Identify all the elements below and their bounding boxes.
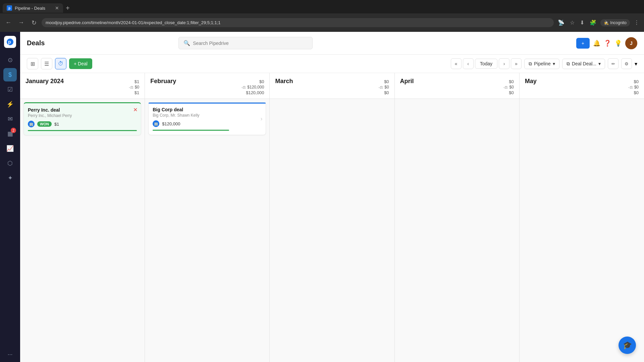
- main-content: Deals 🔍 + 🔔 ❓ 💡 J ⊞ ☰ ⏱ + Deal « ‹: [20, 32, 644, 362]
- tab-label: Pipeline - Deals: [15, 6, 45, 11]
- deal-amount-bigcorp: $120,000: [162, 121, 180, 126]
- month-header-february: February $0 -⚖ $120,000 $120,000: [145, 73, 269, 99]
- forward-button[interactable]: →: [16, 18, 26, 28]
- menu-icon[interactable]: ⋮: [633, 18, 641, 27]
- deal-subtitle-bigcorp: Big Corp, Mr. Shawn Kelly: [153, 113, 262, 118]
- sidebar-item-insights[interactable]: 📈: [3, 142, 17, 155]
- month-name-may: May: [525, 78, 537, 85]
- global-add-button[interactable]: +: [576, 38, 590, 49]
- month-header-march: March $0 -⚖ $0 $0: [270, 73, 394, 99]
- deal-footer-bigcorp: 🏢 $120,000: [153, 120, 262, 127]
- search-input[interactable]: [193, 41, 308, 46]
- open-mar: $0: [384, 90, 389, 95]
- month-header-inner-feb: February $0 -⚖ $120,000 $120,000: [150, 78, 264, 95]
- month-name-january: January 2024: [25, 78, 64, 85]
- app-logo[interactable]: p: [4, 36, 16, 48]
- notifications-icon[interactable]: 🔔: [593, 40, 600, 47]
- new-tab-button[interactable]: +: [63, 4, 72, 12]
- month-body-may: [520, 99, 644, 266]
- add-deal-button[interactable]: + Deal: [69, 58, 92, 69]
- leads-icon: ⚡: [6, 101, 14, 108]
- month-stats-april: $0 -⚖ $0 $0: [503, 79, 514, 95]
- month-stats-january: $1 -⚖ $0 $1: [129, 79, 139, 95]
- browser-tabs: p Pipeline - Deals ✕ +: [0, 0, 644, 13]
- nav-last-button[interactable]: »: [511, 58, 522, 69]
- sidebar-item-products[interactable]: ⬡: [3, 157, 17, 170]
- back-button[interactable]: ←: [3, 18, 13, 28]
- balance-icon-may: -⚖: [628, 85, 633, 89]
- month-total-may: $0: [634, 79, 639, 84]
- balance-icon-mar: -⚖: [379, 85, 383, 89]
- sidebar-item-deals[interactable]: $: [3, 68, 17, 81]
- deal-progress-bigcorp: [153, 130, 229, 131]
- extension-icon[interactable]: 🧩: [588, 18, 598, 27]
- incognito-icon: 🕵: [604, 20, 609, 25]
- settings-button[interactable]: ⚙: [621, 58, 632, 69]
- edit-button[interactable]: ✏: [608, 58, 619, 69]
- settings-icon[interactable]: 💡: [614, 40, 622, 47]
- cast-icon[interactable]: 📡: [556, 18, 566, 27]
- sidebar-item-calendar[interactable]: ▦ 2: [3, 127, 17, 140]
- download-icon[interactable]: ⬇: [579, 18, 586, 27]
- sidebar-item-integrations[interactable]: ✦: [3, 171, 17, 185]
- deal-subtitle-perry: Perry Inc., Michael Perry: [28, 113, 137, 118]
- month-total-march: $0: [384, 79, 389, 84]
- month-col-february: February $0 -⚖ $120,000 $120,000: [145, 73, 270, 362]
- deal-org-icon-bigcorp: 🏢: [153, 120, 159, 127]
- nav-prev-button[interactable]: ‹: [463, 58, 474, 69]
- refresh-button[interactable]: ↻: [29, 18, 39, 28]
- deals-icon: $: [8, 71, 12, 78]
- pipeline-dropdown[interactable]: ⧉ Pipeline ▾: [524, 59, 559, 69]
- month-col-january: January 2024 $1 -⚖ $0 $1: [20, 73, 145, 362]
- month-header-may: May $0 -⚖ $0 $0: [520, 73, 644, 99]
- user-avatar[interactable]: J: [625, 37, 637, 49]
- open-apr: $0: [509, 90, 514, 95]
- balance-icon-feb: -⚖: [241, 85, 246, 89]
- stat-row-weighted-apr: -⚖ $0: [503, 85, 514, 89]
- month-body-january: ✕ Perry Inc. deal Perry Inc., Michael Pe…: [20, 99, 145, 266]
- deal-card-perry[interactable]: ✕ Perry Inc. deal Perry Inc., Michael Pe…: [23, 102, 141, 135]
- nav-first-button[interactable]: «: [451, 58, 462, 69]
- stat-row-weighted-jan: -⚖ $0: [129, 85, 139, 89]
- deal-filter-dropdown[interactable]: ⧉ Deal Deal... ▾: [562, 59, 605, 69]
- pipedrive-logo-icon: p: [6, 38, 14, 46]
- kanban-view-button[interactable]: ⊞: [27, 58, 38, 69]
- browser-tab-active[interactable]: p Pipeline - Deals ✕: [3, 3, 63, 13]
- nav-icons: 📡 ☆ ⬇ 🧩 🕵 Incognito ⋮: [556, 18, 641, 27]
- activities-icon: ☑: [7, 86, 13, 93]
- sidebar-item-activities[interactable]: ☑: [3, 83, 17, 96]
- calendar-badge: 2: [11, 128, 16, 133]
- month-stats-may: $0 -⚖ $0 $0: [628, 79, 639, 95]
- timeline-view-button[interactable]: ⏱: [55, 58, 66, 69]
- sidebar-item-home[interactable]: ⊙: [3, 53, 17, 67]
- open-may: $0: [634, 90, 639, 95]
- stat-row-weighted-mar: -⚖ $0: [379, 85, 389, 89]
- stat-row-weighted-feb: -⚖ $120,000: [241, 85, 264, 89]
- list-view-button[interactable]: ☰: [41, 58, 52, 69]
- pipeline-icon: ⧉: [529, 61, 532, 67]
- chat-fab-button[interactable]: 🎓: [619, 337, 636, 354]
- month-body-march: [270, 99, 394, 266]
- weighted-apr: $0: [509, 85, 514, 89]
- today-button[interactable]: Today: [475, 59, 497, 69]
- sidebar-item-mail[interactable]: ✉: [3, 112, 17, 126]
- browser-nav: ← → ↻ 📡 ☆ ⬇ 🧩 🕵 Incognito ⋮: [0, 13, 644, 32]
- page-title: Deals: [27, 39, 45, 47]
- nav-next-button[interactable]: ›: [499, 58, 509, 69]
- deal-close-button-perry[interactable]: ✕: [133, 107, 138, 113]
- view-options-chevron-icon[interactable]: ▾: [635, 61, 637, 67]
- help-icon[interactable]: ❓: [604, 40, 611, 47]
- month-header-april: April $0 -⚖ $0 $0: [395, 73, 519, 99]
- home-icon: ⊙: [8, 56, 13, 64]
- open-feb: $120,000: [246, 90, 264, 95]
- tab-close-button[interactable]: ✕: [55, 5, 59, 11]
- sidebar-more-button[interactable]: ···: [7, 351, 12, 358]
- deal-card-bigcorp[interactable]: Big Corp deal Big Corp, Mr. Shawn Kelly …: [148, 102, 266, 135]
- sidebar-item-leads[interactable]: ⚡: [3, 98, 17, 111]
- month-total-january: $1: [135, 79, 139, 84]
- month-body-april: [395, 99, 519, 266]
- bookmark-icon[interactable]: ☆: [569, 18, 576, 27]
- search-bar[interactable]: 🔍: [178, 37, 313, 49]
- toolbar: ⊞ ☰ ⏱ + Deal « ‹ Today › » ⧉ Pipeline ▾ …: [20, 55, 644, 73]
- address-bar[interactable]: [42, 18, 554, 27]
